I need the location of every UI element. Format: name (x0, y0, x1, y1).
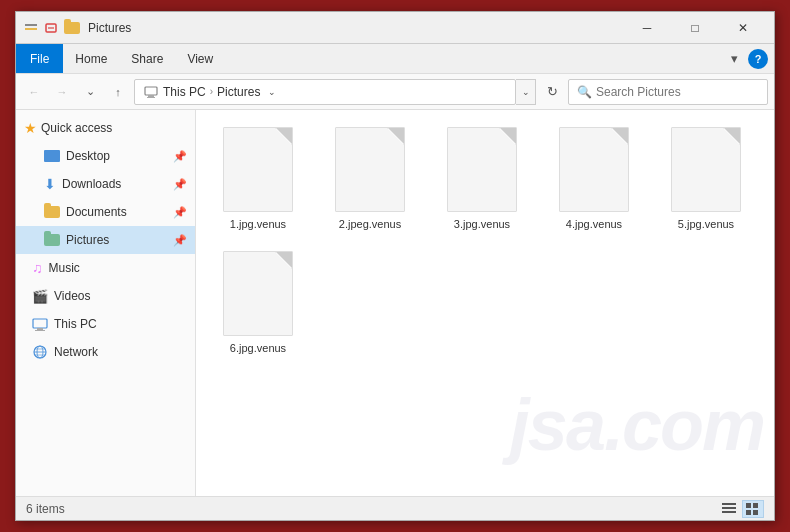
window-title: Pictures (88, 21, 131, 35)
title-bar-title: Pictures (88, 21, 624, 35)
address-bar: ← → ⌄ ↑ This PC › Pictures ⌄ ⌄ ↻ 🔍 (16, 74, 774, 110)
svg-rect-6 (147, 97, 155, 98)
svg-rect-7 (33, 319, 47, 328)
svg-rect-5 (148, 95, 154, 97)
documents-icon (44, 206, 60, 218)
menu-share[interactable]: Share (119, 44, 175, 73)
file-item[interactable]: 5.jpg.venus (652, 118, 760, 238)
svg-rect-8 (37, 328, 43, 330)
file-page (223, 251, 293, 336)
videos-icon: 🎬 (32, 289, 48, 304)
file-item[interactable]: 2.jpeg.venus (316, 118, 424, 238)
close-button[interactable]: ✕ (720, 13, 766, 43)
file-name: 1.jpg.venus (230, 217, 286, 231)
back-button[interactable]: ← (22, 80, 46, 104)
path-sep-1: › (210, 86, 213, 97)
pin-icon-desktop: 📌 (173, 150, 187, 163)
file-icon (218, 125, 298, 215)
pictures-icon (44, 234, 60, 246)
files-grid: 1.jpg.venus 2.jpeg.venus 3.jpg.venus 4.j… (204, 118, 766, 362)
file-page (559, 127, 629, 212)
large-icon-view-button[interactable] (742, 500, 764, 518)
file-page (223, 127, 293, 212)
file-icon (330, 125, 410, 215)
file-item[interactable]: 3.jpg.venus (428, 118, 536, 238)
music-icon: ♫ (32, 260, 43, 276)
path-this-pc: This PC (163, 85, 206, 99)
quick-access-label: Quick access (41, 121, 112, 135)
this-pc-label: This PC (54, 317, 97, 331)
menu-bar: File Home Share View ▾ ? (16, 44, 774, 74)
file-page (447, 127, 517, 212)
svg-rect-15 (722, 503, 736, 505)
svg-rect-4 (145, 87, 157, 95)
sidebar-item-pictures[interactable]: Pictures 📌 (16, 226, 195, 254)
sidebar-item-quick-access[interactable]: ★ Quick access (16, 114, 195, 142)
list-view-button[interactable] (718, 500, 740, 518)
minimize-button[interactable]: ─ (624, 13, 670, 43)
search-box: 🔍 (568, 79, 768, 105)
status-bar: 6 items (16, 496, 774, 520)
svg-rect-17 (722, 511, 736, 513)
folder-icon (64, 22, 80, 34)
menu-expand-icon[interactable]: ▾ (724, 49, 744, 69)
watermark: jsa.com (510, 384, 764, 466)
recent-button[interactable]: ⌄ (78, 80, 102, 104)
music-label: Music (49, 261, 80, 275)
desktop-icon (44, 150, 60, 162)
file-icon (666, 125, 746, 215)
file-name: 5.jpg.venus (678, 217, 734, 231)
sidebar-item-this-pc[interactable]: This PC (16, 310, 195, 338)
svg-rect-16 (722, 507, 736, 509)
maximize-button[interactable]: □ (672, 13, 718, 43)
documents-label: Documents (66, 205, 127, 219)
file-item[interactable]: 6.jpg.venus (204, 242, 312, 362)
svg-rect-20 (746, 510, 751, 515)
menu-home[interactable]: Home (63, 44, 119, 73)
sidebar-item-desktop[interactable]: Desktop 📌 (16, 142, 195, 170)
explorer-window: Pictures ─ □ ✕ File Home Share View ▾ ? … (15, 11, 775, 521)
this-pc-icon (32, 317, 48, 331)
downloads-label: Downloads (62, 177, 121, 191)
menu-file[interactable]: File (16, 44, 63, 73)
svg-rect-0 (25, 24, 37, 26)
help-button[interactable]: ? (748, 49, 768, 69)
path-pictures: Pictures (217, 85, 260, 99)
window-controls: ─ □ ✕ (624, 13, 766, 43)
network-label: Network (54, 345, 98, 359)
file-name: 3.jpg.venus (454, 217, 510, 231)
svg-rect-1 (25, 28, 37, 30)
file-icon (442, 125, 522, 215)
sidebar-item-network[interactable]: Network (16, 338, 195, 366)
forward-button[interactable]: → (50, 80, 74, 104)
downloads-icon: ⬇ (44, 176, 56, 192)
title-bar: Pictures ─ □ ✕ (16, 12, 774, 44)
videos-label: Videos (54, 289, 90, 303)
sidebar-item-downloads[interactable]: ⬇ Downloads 📌 (16, 170, 195, 198)
refresh-button[interactable]: ↻ (540, 80, 564, 104)
file-item[interactable]: 1.jpg.venus (204, 118, 312, 238)
file-name: 2.jpeg.venus (339, 217, 401, 231)
item-count: 6 items (26, 502, 65, 516)
search-input[interactable] (596, 85, 759, 99)
sidebar-item-music[interactable]: ♫ Music (16, 254, 195, 282)
svg-rect-18 (746, 503, 751, 508)
menu-view[interactable]: View (175, 44, 225, 73)
sidebar-item-videos[interactable]: 🎬 Videos (16, 282, 195, 310)
star-icon: ★ (24, 120, 37, 136)
file-area: jsa.com 1.jpg.venus 2.jpeg.venus 3.jpg.v… (196, 110, 774, 496)
svg-rect-21 (753, 510, 758, 515)
svg-rect-9 (35, 330, 45, 331)
up-button[interactable]: ↑ (106, 80, 130, 104)
network-icon (32, 345, 48, 359)
address-path[interactable]: This PC › Pictures ⌄ (134, 79, 516, 105)
sidebar-item-documents[interactable]: Documents 📌 (16, 198, 195, 226)
pin-icon-pictures: 📌 (173, 234, 187, 247)
address-dropdown[interactable]: ⌄ (516, 79, 536, 105)
this-pc-path-icon (143, 85, 159, 99)
file-item[interactable]: 4.jpg.venus (540, 118, 648, 238)
file-page (335, 127, 405, 212)
pictures-label: Pictures (66, 233, 109, 247)
path-dropdown-arrow[interactable]: ⌄ (264, 84, 280, 100)
tb-icon-2 (44, 20, 60, 36)
